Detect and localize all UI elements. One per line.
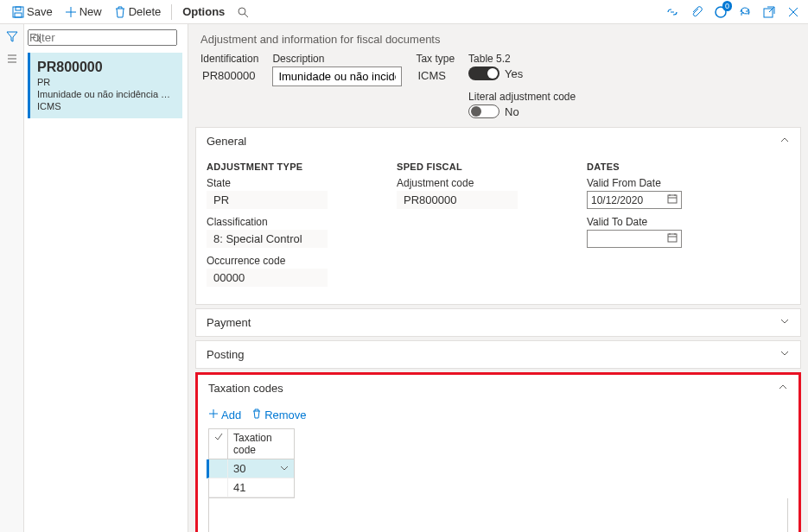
validto-input[interactable] [587, 230, 682, 248]
posting-header[interactable]: Posting [196, 341, 800, 368]
posting-title: Posting [207, 348, 244, 361]
svg-rect-5 [764, 9, 773, 17]
taxation-title: Taxation codes [208, 382, 283, 395]
link-icon[interactable] [665, 4, 680, 20]
funnel-icon[interactable] [5, 29, 19, 43]
table-row[interactable]: 30 [207, 459, 294, 478]
chevron-down-icon [779, 348, 790, 361]
dates-heading: DATES [587, 162, 682, 172]
svg-rect-7 [668, 195, 677, 203]
options-label: Options [182, 5, 225, 18]
save-icon [12, 6, 24, 18]
sidebar-item-title: PR800000 [37, 60, 175, 75]
taxation-header[interactable]: Taxation codes [198, 375, 798, 402]
page-title: Adjustment and information for fiscal do… [200, 33, 796, 46]
select-all-checkbox[interactable] [209, 429, 228, 459]
new-button[interactable]: New [60, 3, 107, 20]
add-label: Add [221, 408, 241, 421]
svg-point-3 [239, 8, 245, 15]
plus-icon [65, 6, 77, 18]
plus-icon [208, 408, 219, 421]
posting-section: Posting [195, 340, 801, 369]
taxation-section: Taxation codes Add Remove [195, 372, 801, 532]
search-button[interactable] [232, 4, 254, 20]
action-bar: Save New Delete Options 0 [0, 0, 808, 24]
chevron-up-icon [779, 135, 790, 148]
state-label: State [207, 177, 328, 189]
classification-value[interactable]: 8: Special Control [207, 230, 328, 248]
adjcode-value[interactable]: PR800000 [397, 191, 518, 209]
identification-value: PR800000 [200, 66, 258, 85]
list-icon[interactable] [5, 52, 19, 66]
add-button[interactable]: Add [208, 408, 241, 421]
notification-icon[interactable]: 0 [713, 4, 728, 20]
save-label: Save [27, 5, 53, 18]
table-row[interactable]: 41 [209, 478, 294, 497]
description-label: Description [272, 53, 402, 65]
calendar-icon [667, 232, 678, 245]
chevron-down-icon [779, 316, 790, 329]
validfrom-input[interactable]: 10/12/2020 [587, 191, 682, 209]
refresh-icon[interactable] [737, 4, 753, 20]
sidebar: PR800000 PR Imunidade ou não incidência … [24, 24, 188, 532]
svg-rect-2 [15, 13, 22, 17]
filter-input[interactable] [28, 29, 177, 46]
remove-button[interactable]: Remove [251, 408, 306, 421]
payment-title: Payment [207, 316, 251, 329]
popout-icon[interactable] [761, 4, 777, 20]
divider [171, 4, 172, 20]
svg-rect-0 [13, 7, 23, 17]
sidebar-item-line1: PR [37, 77, 175, 87]
sidebar-item[interactable]: PR800000 PR Imunidade ou não incidência … [28, 53, 182, 118]
table52-label: Table 5.2 [468, 53, 576, 65]
badge-count: 0 [722, 1, 732, 11]
column-header[interactable]: Taxation code [228, 429, 294, 459]
taxtype-label: Tax type [416, 53, 455, 65]
description-input[interactable] [272, 66, 402, 86]
adjcode-label: Adjustment code [397, 177, 518, 189]
grid-empty-area [208, 498, 788, 532]
save-button[interactable]: Save [7, 3, 58, 20]
adjtype-heading: ADJUSTMENT TYPE [207, 162, 328, 172]
content-area: Adjustment and information for fiscal do… [188, 24, 808, 532]
classification-label: Classification [207, 216, 328, 228]
table52-value: Yes [505, 67, 523, 80]
literal-value: No [505, 105, 519, 118]
taxation-grid: Taxation code 30 41 [208, 428, 295, 498]
svg-point-6 [34, 35, 40, 41]
validfrom-label: Valid From Date [587, 177, 682, 189]
validfrom-value: 10/12/2020 [591, 194, 643, 206]
svg-rect-8 [668, 234, 677, 242]
close-icon[interactable] [786, 4, 801, 20]
validto-label: Valid To Date [587, 216, 682, 228]
general-header[interactable]: General [196, 128, 800, 155]
literal-label: Literal adjustment code [468, 91, 576, 103]
sidebar-item-line2: Imunidade ou não incidência do im... [37, 89, 175, 99]
state-value[interactable]: PR [207, 191, 328, 209]
identification-label: Identification [200, 53, 258, 65]
cell-value: 30 [233, 462, 245, 475]
delete-label: Delete [129, 5, 162, 18]
taxtype-value: ICMS [416, 66, 455, 85]
calendar-icon [667, 193, 678, 206]
search-icon [237, 6, 249, 18]
delete-button[interactable]: Delete [109, 3, 167, 20]
options-button[interactable]: Options [177, 3, 230, 20]
payment-header[interactable]: Payment [196, 309, 800, 336]
general-section: General ADJUSTMENT TYPE State PR Classif… [195, 127, 801, 305]
occurrence-label: Occurrence code [207, 255, 328, 267]
trash-icon [114, 6, 126, 18]
occurrence-value[interactable]: 00000 [207, 269, 328, 287]
payment-section: Payment [195, 308, 801, 337]
sidebar-item-line3: ICMS [37, 101, 175, 111]
attachment-icon[interactable] [689, 4, 704, 20]
remove-label: Remove [264, 408, 306, 421]
left-rail [0, 24, 24, 532]
trash-icon [251, 408, 262, 421]
literal-toggle[interactable] [468, 104, 499, 118]
cell-value: 41 [233, 481, 245, 494]
svg-rect-1 [16, 7, 21, 10]
chevron-down-icon[interactable] [280, 462, 289, 475]
filter-search-icon [32, 34, 42, 47]
table52-toggle[interactable] [468, 66, 499, 80]
